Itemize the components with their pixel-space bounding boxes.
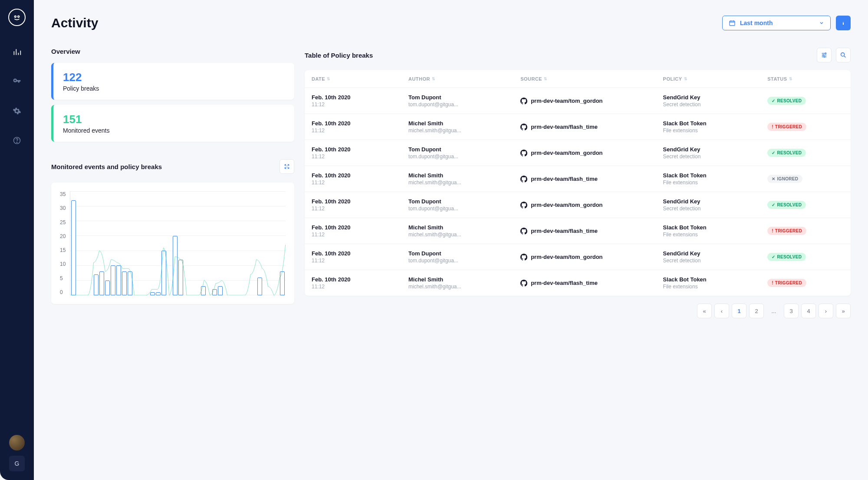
row-author: Tom Dupont [408,250,515,257]
nav-help[interactable] [8,132,26,149]
stat-value: 122 [63,71,285,84]
row-date: Feb. 10th 2020 [312,146,403,153]
column-header[interactable]: STATUS⇅ [767,76,844,82]
row-time: 11:12 [312,258,372,264]
table-search-button[interactable] [836,48,851,62]
row-policy: Slack Bot Token [663,120,763,127]
github-icon [520,98,527,104]
svg-point-7 [824,56,825,58]
column-header[interactable]: AUTHOR⇅ [408,76,515,82]
table-row[interactable]: Feb. 10th 202011:12 Michel Smithmichel.s… [305,166,851,192]
row-author: Michel Smith [408,120,515,127]
row-author: Michel Smith [408,224,515,231]
github-icon [520,176,527,183]
nav-settings[interactable] [8,102,26,120]
row-time: 11:12 [312,206,372,212]
svg-point-8 [841,53,845,56]
stat-card: 151 Monitored events [51,105,294,142]
row-time: 11:12 [312,284,372,290]
row-time: 11:12 [312,127,372,134]
row-policy: Slack Bot Token [663,224,763,231]
svg-point-1 [18,16,20,17]
overview-title: Overview [51,48,294,55]
nav-keys[interactable] [8,73,26,90]
svg-point-6 [823,55,824,56]
chart-card: 35302520151050 [51,183,294,304]
expand-chart-button[interactable] [279,159,294,174]
row-email: michel.smith@gitgua... [408,127,469,134]
page-ellipsis: ... [766,304,781,318]
sort-icon: ⇅ [684,77,688,81]
page-title: Activity [51,16,98,30]
row-author: Michel Smith [408,276,515,283]
calendar-icon [729,20,736,26]
info-button[interactable] [836,16,851,30]
svg-point-3 [16,142,17,143]
row-email: michel.smith@gitgua... [408,180,469,186]
table-row[interactable]: Feb. 10th 202011:12 Michel Smithmichel.s… [305,114,851,140]
github-icon [520,202,527,209]
status-icon: ✓ [772,202,775,207]
logo-icon [8,9,26,26]
status-icon: ! [772,229,773,233]
user-avatar[interactable] [9,435,25,451]
status-badge: ✕ IGNORED [767,175,802,183]
row-category: Secret detection [663,101,724,108]
row-policy: SendGrid Key [663,250,763,257]
github-icon [520,228,527,235]
table-row[interactable]: Feb. 10th 202011:12 Michel Smithmichel.s… [305,270,851,296]
row-policy: Slack Bot Token [663,172,763,179]
status-badge: ✓ RESOLVED [767,97,806,105]
table-settings-button[interactable] [817,48,832,62]
page-last[interactable]: » [836,304,851,318]
row-author: Tom Dupont [408,198,515,205]
y-tick: 35 [60,191,66,197]
page-number[interactable]: 3 [784,304,799,318]
table-row[interactable]: Feb. 10th 202011:12 Tom Duponttom.dupont… [305,244,851,270]
row-source: prm-dev-team/flash_time [520,228,658,235]
table-row[interactable]: Feb. 10th 202011:12 Tom Duponttom.dupont… [305,88,851,114]
status-icon: ✓ [772,98,775,103]
column-header[interactable]: POLICY⇅ [663,76,763,82]
row-author: Tom Dupont [408,94,515,101]
row-policy: SendGrid Key [663,146,763,153]
page-first[interactable]: « [697,304,712,318]
row-policy: SendGrid Key [663,94,763,101]
row-category: Secret detection [663,258,724,264]
row-time: 11:12 [312,101,372,108]
status-icon: ✓ [772,150,775,155]
row-policy: SendGrid Key [663,198,763,205]
page-prev[interactable]: ‹ [714,304,729,318]
row-author: Tom Dupont [408,146,515,153]
row-source: prm-dev-team/tom_gordon [520,150,658,157]
row-date: Feb. 10th 2020 [312,172,403,179]
page-number[interactable]: 1 [732,304,746,318]
github-icon [520,124,527,131]
stat-label: Policy breaks [63,85,285,92]
nav-activity[interactable] [8,43,26,61]
stat-card: 122 Policy breaks [51,63,294,100]
table-row[interactable]: Feb. 10th 202011:12 Michel Smithmichel.s… [305,218,851,244]
sort-icon: ⇅ [544,77,548,81]
page-next[interactable]: › [819,304,833,318]
org-badge[interactable]: G [9,456,25,471]
search-icon [840,52,847,59]
row-policy: Slack Bot Token [663,276,763,283]
row-date: Feb. 10th 2020 [312,250,403,257]
page-number[interactable]: 2 [749,304,764,318]
column-header[interactable]: SOURCE⇅ [520,76,658,82]
time-range-select[interactable]: Last month [722,16,831,30]
row-source: prm-dev-team/flash_time [520,124,658,131]
table-title: Table of Policy breaks [305,52,373,59]
github-icon [520,254,527,261]
row-date: Feb. 10th 2020 [312,224,403,231]
table-row[interactable]: Feb. 10th 202011:12 Tom Duponttom.dupont… [305,140,851,166]
column-header[interactable]: DATE⇅ [312,76,403,82]
page-number[interactable]: 4 [801,304,816,318]
sort-icon: ⇅ [432,77,436,81]
table-row[interactable]: Feb. 10th 202011:12 Tom Duponttom.dupont… [305,192,851,218]
info-icon [840,20,847,26]
y-tick: 0 [60,289,66,295]
pagination: «‹12...34›» [305,304,851,318]
y-tick: 10 [60,261,66,267]
